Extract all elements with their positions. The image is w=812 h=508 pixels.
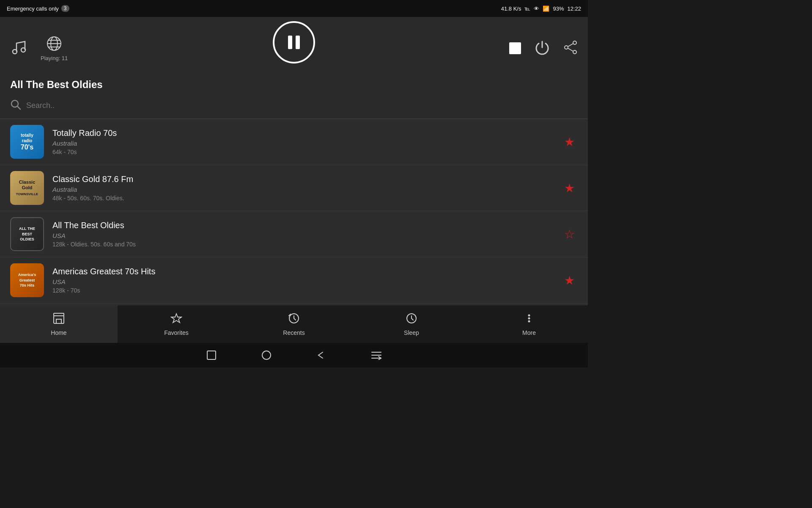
battery-level: 93% — [553, 6, 564, 12]
pause-button-container[interactable] — [273, 21, 315, 64]
emergency-text: Emergency calls only — [7, 6, 59, 12]
network-speed: 41.8 K/s — [501, 6, 521, 12]
svg-marker-16 — [171, 314, 181, 323]
main-content: Playing: 11 — [0, 17, 588, 343]
svg-rect-15 — [54, 313, 64, 316]
system-nav — [0, 343, 588, 367]
recents-icon — [288, 312, 300, 327]
favorites-icon — [170, 312, 182, 327]
search-icon — [10, 99, 21, 112]
wifi-icon: 📶 — [543, 6, 549, 12]
star-filled-icon: ★ — [564, 181, 575, 195]
star-filled-icon: ★ — [564, 273, 575, 287]
nav-back-button[interactable] — [205, 349, 218, 362]
playing-label: Playing: 11 — [41, 55, 68, 61]
station-name: Totally Radio 70s — [52, 128, 561, 138]
nav-item-sleep[interactable]: Sleep — [353, 305, 470, 343]
favorite-button[interactable]: ★ — [561, 133, 578, 150]
nav-recents-button[interactable] — [315, 349, 328, 362]
radio-list: totallyradio 70's Totally Radio 70s Aust… — [0, 119, 588, 305]
now-playing-title: All The Best Oldies — [0, 72, 588, 94]
nav-label-home: Home — [51, 329, 66, 336]
svg-point-7 — [573, 41, 576, 44]
search-input[interactable] — [26, 101, 578, 110]
nav-label-sleep: Sleep — [404, 329, 419, 336]
station-info: Totally Radio 70s Australia 64k - 70s — [52, 128, 561, 155]
svg-point-23 — [262, 351, 271, 359]
player-right-controls — [509, 40, 578, 57]
pause-icon — [288, 36, 300, 49]
svg-line-11 — [568, 48, 573, 51]
station-info: Americas Greatest 70s Hits USA 128k - 70… — [52, 267, 561, 294]
svg-point-8 — [565, 46, 568, 49]
home-icon — [53, 312, 65, 327]
radio-station-item[interactable]: America'sGreatest70s Hits Americas Great… — [0, 257, 588, 304]
station-meta: 48k - 50s. 60s. 70s. Oldies. — [52, 195, 561, 202]
svg-line-13 — [17, 106, 20, 109]
nav-item-recents[interactable]: Recents — [235, 305, 353, 343]
sleep-icon — [406, 312, 417, 327]
station-meta: 128k - 70s — [52, 287, 561, 294]
radio-station-item[interactable]: ClassicGoldTOWNSVILLE Classic Gold 87.6 … — [0, 165, 588, 211]
favorite-button[interactable]: ★ — [561, 272, 578, 289]
power-button[interactable] — [535, 40, 550, 57]
nav-menu-button[interactable] — [370, 349, 383, 362]
star-filled-icon: ★ — [564, 135, 575, 149]
svg-point-21 — [528, 320, 530, 322]
favorite-button[interactable]: ★ — [561, 179, 578, 196]
eye-icon: 👁 — [534, 6, 539, 12]
status-right: 41.8 K/s ℡ 👁 📶 93% 12:22 — [501, 6, 581, 12]
share-button[interactable] — [563, 40, 578, 56]
status-bar: Emergency calls only 3 41.8 K/s ℡ 👁 📶 93… — [0, 0, 588, 17]
svg-line-10 — [568, 44, 573, 47]
radio-station-item[interactable]: ALL THEBESTOLDIES All The Best Oldies US… — [0, 211, 588, 257]
station-country: Australia — [52, 140, 561, 147]
notification-badge: 3 — [61, 5, 69, 12]
nav-item-more[interactable]: More — [470, 305, 588, 343]
pause-button[interactable] — [273, 21, 315, 64]
nav-item-home[interactable]: Home — [0, 305, 118, 343]
more-icon — [523, 312, 535, 327]
radio-station-item[interactable]: totallyradio 70's Totally Radio 70s Aust… — [0, 119, 588, 165]
station-name: Classic Gold 87.6 Fm — [52, 174, 561, 184]
station-country: USA — [52, 232, 561, 239]
stop-button[interactable] — [509, 42, 521, 54]
station-logo: ClassicGoldTOWNSVILLE — [10, 171, 44, 205]
station-logo: totallyradio 70's — [10, 125, 44, 159]
svg-point-20 — [528, 317, 530, 319]
status-left: Emergency calls only 3 — [7, 5, 69, 12]
station-meta: 64k - 70s — [52, 149, 561, 155]
globe-icon[interactable] — [46, 36, 62, 53]
nav-label-more: More — [522, 329, 536, 336]
bluetooth-icon: ℡ — [524, 6, 530, 12]
music-icon[interactable] — [10, 40, 27, 57]
station-name: Americas Greatest 70s Hits — [52, 267, 561, 276]
nav-label-recents: Recents — [283, 329, 304, 336]
station-meta: 128k - Oldies. 50s. 60s and 70s — [52, 241, 561, 248]
svg-rect-22 — [207, 351, 216, 359]
nav-item-favorites[interactable]: Favorites — [118, 305, 235, 343]
player-left-controls: Playing: 11 — [10, 36, 68, 61]
station-info: Classic Gold 87.6 Fm Australia 48k - 50s… — [52, 174, 561, 202]
svg-point-19 — [528, 314, 530, 316]
star-outline-icon: ☆ — [564, 227, 575, 241]
favorite-button[interactable]: ☆ — [561, 226, 578, 243]
bottom-nav: Home Favorites Recents Sleep More — [0, 305, 588, 343]
search-container — [0, 94, 588, 119]
station-info: All The Best Oldies USA 128k - Oldies. 5… — [52, 221, 561, 248]
station-country: USA — [52, 278, 561, 285]
station-country: Australia — [52, 186, 561, 193]
nav-label-favorites: Favorites — [164, 329, 189, 336]
station-logo: ALL THEBESTOLDIES — [10, 217, 44, 251]
station-logo: America'sGreatest70s Hits — [10, 263, 44, 297]
nav-home-button[interactable] — [260, 349, 273, 362]
svg-point-9 — [573, 50, 576, 54]
time-display: 12:22 — [567, 6, 581, 12]
player-section: Playing: 11 — [0, 17, 588, 94]
station-name: All The Best Oldies — [52, 221, 561, 230]
